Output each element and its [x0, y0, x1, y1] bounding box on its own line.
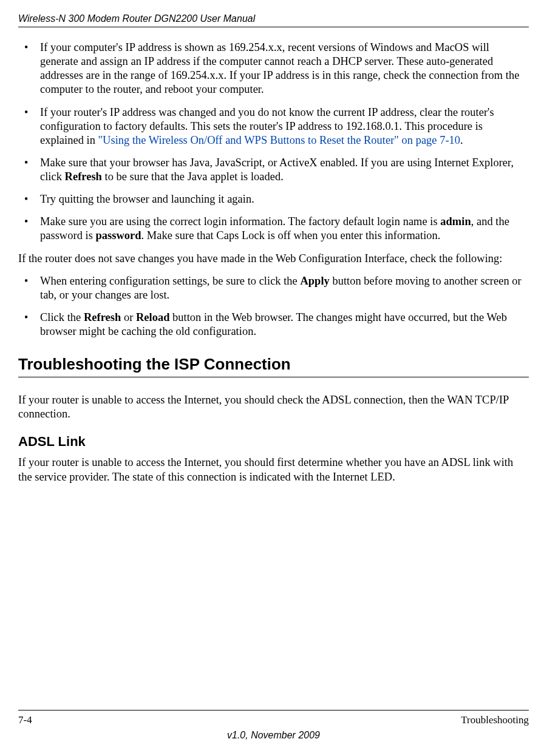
- ui-label-reload: Reload: [136, 311, 170, 323]
- section-heading: Troubleshooting the ISP Connection: [18, 354, 529, 377]
- body-text: or: [121, 311, 136, 323]
- list-item: Click the Refresh or Reload button in th…: [18, 311, 529, 339]
- list-item: If your computer's IP address is shown a…: [18, 41, 529, 97]
- running-header: Wireless-N 300 Modem Router DGN2200 User…: [18, 13, 529, 27]
- paragraph: If your router is unable to access the I…: [18, 456, 529, 484]
- body-text: . Make sure that Caps Lock is off when y…: [141, 229, 441, 241]
- list-item: When entering configuration settings, be…: [18, 274, 529, 302]
- footer-line: 7-4 Troubleshooting: [18, 714, 529, 726]
- bullet-list-1: If your computer's IP address is shown a…: [18, 41, 529, 243]
- subsection-heading: ADSL Link: [18, 433, 529, 450]
- body-text: to be sure that the Java applet is loade…: [102, 170, 284, 183]
- chapter-title: Troubleshooting: [461, 714, 529, 726]
- paragraph: If the router does not save changes you …: [18, 252, 529, 266]
- footer-version: v1.0, November 2009: [18, 730, 529, 741]
- ui-label-admin: admin: [440, 215, 471, 228]
- body-text: Make sure you are using the correct logi…: [40, 215, 440, 228]
- paragraph: If your router is unable to access the I…: [18, 393, 529, 421]
- ui-label-apply: Apply: [300, 275, 329, 287]
- header-rule: [18, 27, 529, 27]
- body-content: If your computer's IP address is shown a…: [18, 41, 529, 710]
- list-item: Try quitting the browser and launching i…: [18, 192, 529, 206]
- ui-label-password: password: [95, 229, 141, 241]
- page-number: 7-4: [18, 714, 32, 726]
- ui-label-refresh: Refresh: [84, 311, 121, 323]
- page-footer: 7-4 Troubleshooting v1.0, November 2009: [18, 710, 529, 741]
- list-item: Make sure you are using the correct logi…: [18, 215, 529, 243]
- footer-rule: [18, 710, 529, 710]
- bullet-list-2: When entering configuration settings, be…: [18, 274, 529, 339]
- body-text: If your computer's IP address is shown a…: [40, 41, 519, 95]
- ui-label-refresh: Refresh: [65, 170, 102, 183]
- body-text: Click the: [40, 311, 84, 323]
- section-rule: [18, 377, 529, 377]
- list-item: Make sure that your browser has Java, Ja…: [18, 156, 529, 184]
- body-text: Try quitting the browser and launching i…: [40, 193, 254, 205]
- list-item: If your router's IP address was changed …: [18, 106, 529, 147]
- body-text: .: [460, 134, 463, 146]
- page: Wireless-N 300 Modem Router DGN2200 User…: [0, 0, 547, 756]
- cross-reference-link[interactable]: "Using the Wireless On/Off and WPS Butto…: [98, 134, 461, 146]
- body-text: When entering configuration settings, be…: [40, 275, 300, 287]
